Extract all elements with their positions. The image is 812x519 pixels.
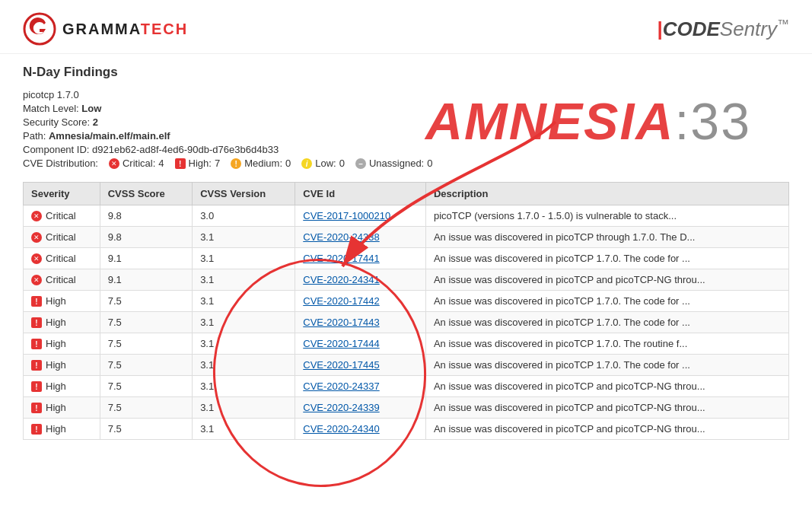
description-cell: An issue was discovered in picoTCP throu… bbox=[425, 227, 788, 248]
cvss-version-cell: 3.1 bbox=[193, 291, 295, 312]
high-label: High: bbox=[189, 158, 212, 169]
cve-link[interactable]: CVE-2020-17445 bbox=[303, 359, 379, 371]
severity-label: High bbox=[46, 317, 66, 328]
description-cell: An issue was discovered in picoTCP and p… bbox=[425, 376, 788, 397]
severity-label: Critical bbox=[46, 231, 76, 243]
severity-label: Critical bbox=[46, 210, 76, 221]
severity-label: High bbox=[46, 402, 66, 413]
description-cell: picoTCP (versions 1.7.0 - 1.5.0) is vuln… bbox=[425, 205, 788, 227]
security-score-line: Security Score: 2 bbox=[23, 116, 789, 128]
cve-id-cell[interactable]: CVE-2020-24338 bbox=[295, 227, 426, 248]
severity-cell: High bbox=[24, 355, 100, 376]
high-icon bbox=[175, 158, 186, 169]
cve-table-wrapper: Severity CVSS Score CVSS Version CVE Id … bbox=[0, 176, 812, 446]
cve-link[interactable]: CVE-2020-24339 bbox=[303, 402, 379, 413]
cvss-version-cell: 3.0 bbox=[193, 205, 295, 227]
critical-label: Critical: bbox=[123, 158, 155, 169]
col-description: Description bbox=[425, 183, 788, 205]
cvss-score-cell: 7.5 bbox=[100, 333, 192, 355]
cvss-score-cell: 7.5 bbox=[100, 376, 192, 397]
cvss-score-cell: 7.5 bbox=[100, 291, 192, 312]
header: GRAMMATECH |CODESentry™ bbox=[0, 0, 812, 54]
cve-id-cell[interactable]: CVE-2020-17443 bbox=[295, 312, 426, 333]
cvss-version-cell: 3.1 bbox=[193, 227, 295, 248]
table-row: High7.53.1CVE-2020-24339An issue was dis… bbox=[24, 397, 789, 419]
description-cell: An issue was discovered in picoTCP 1.7.0… bbox=[425, 312, 788, 333]
table-row: High7.53.1CVE-2020-17444An issue was dis… bbox=[24, 333, 789, 355]
critical-severity-icon bbox=[31, 232, 42, 243]
component-name: picotcp 1.7.0 bbox=[23, 89, 789, 100]
critical-severity-icon bbox=[31, 253, 42, 264]
critical-severity-icon bbox=[31, 275, 42, 285]
high-severity-icon bbox=[31, 317, 42, 328]
high-severity-icon bbox=[31, 424, 42, 435]
cve-link[interactable]: CVE-2020-17444 bbox=[303, 338, 379, 349]
col-severity: Severity bbox=[24, 183, 100, 205]
severity-cell: Critical bbox=[24, 227, 100, 248]
g-icon bbox=[23, 12, 56, 46]
cve-id-cell[interactable]: CVE-2017-1000210 bbox=[295, 205, 426, 227]
cve-id-cell[interactable]: CVE-2020-17441 bbox=[295, 248, 426, 269]
cvss-score-cell: 9.8 bbox=[100, 205, 192, 227]
high-severity-icon bbox=[31, 296, 42, 307]
severity-cell: High bbox=[24, 419, 100, 440]
table-row: High7.53.1CVE-2020-17442An issue was dis… bbox=[24, 291, 789, 312]
cvss-score-cell: 9.1 bbox=[100, 269, 192, 291]
severity-label: High bbox=[46, 359, 66, 371]
col-cve-id: CVE Id bbox=[295, 183, 426, 205]
col-cvss-version: CVSS Version bbox=[193, 183, 295, 205]
cvss-score-cell: 7.5 bbox=[100, 312, 192, 333]
cvss-version-cell: 3.1 bbox=[193, 419, 295, 440]
cve-link[interactable]: CVE-2020-24340 bbox=[303, 423, 379, 435]
cve-link[interactable]: CVE-2020-17441 bbox=[303, 253, 379, 264]
medium-icon bbox=[231, 158, 241, 169]
grammatech-logo: GRAMMATECH bbox=[23, 12, 188, 46]
unassigned-label: Unassigned: bbox=[369, 158, 424, 169]
table-header: Severity CVSS Score CVSS Version CVE Id … bbox=[24, 183, 789, 205]
cve-link[interactable]: CVE-2017-1000210 bbox=[303, 210, 390, 221]
low-count: 0 bbox=[339, 158, 345, 169]
description-cell: An issue was discovered in picoTCP and p… bbox=[425, 397, 788, 419]
severity-cell: High bbox=[24, 333, 100, 355]
cvss-score-cell: 7.5 bbox=[100, 397, 192, 419]
severity-label: High bbox=[46, 380, 66, 392]
cvss-score-cell: 9.8 bbox=[100, 227, 192, 248]
cve-id-cell[interactable]: CVE-2020-24340 bbox=[295, 419, 426, 440]
cve-link[interactable]: CVE-2020-24337 bbox=[303, 380, 379, 392]
unassigned-dist: Unassigned: 0 bbox=[355, 158, 433, 169]
description-cell: An issue was discovered in picoTCP 1.7.0… bbox=[425, 355, 788, 376]
cvss-version-cell: 3.1 bbox=[193, 269, 295, 291]
path-line: Path: Amnesia/main.elf/main.elf bbox=[23, 130, 789, 142]
severity-cell: Critical bbox=[24, 248, 100, 269]
cvss-version-cell: 3.1 bbox=[193, 333, 295, 355]
cve-id-cell[interactable]: CVE-2020-17442 bbox=[295, 291, 426, 312]
severity-label: Critical bbox=[46, 253, 76, 264]
cve-id-cell[interactable]: CVE-2020-17445 bbox=[295, 355, 426, 376]
cve-id-cell[interactable]: CVE-2020-24337 bbox=[295, 376, 426, 397]
codesentry-logo: |CODESentry™ bbox=[657, 18, 789, 41]
severity-cell: High bbox=[24, 376, 100, 397]
severity-cell: Critical bbox=[24, 269, 100, 291]
meta-section: picotcp 1.7.0 Match Level: Low Security … bbox=[0, 84, 812, 176]
cvss-version-cell: 3.1 bbox=[193, 355, 295, 376]
cve-id-cell[interactable]: CVE-2020-17444 bbox=[295, 333, 426, 355]
severity-label: High bbox=[46, 423, 66, 435]
table-row: Critical9.83.1CVE-2020-24338An issue was… bbox=[24, 227, 789, 248]
cve-link[interactable]: CVE-2020-17442 bbox=[303, 295, 379, 307]
cve-link[interactable]: CVE-2020-17443 bbox=[303, 317, 379, 328]
severity-cell: High bbox=[24, 397, 100, 419]
medium-count: 0 bbox=[285, 158, 291, 169]
cve-link[interactable]: CVE-2020-24338 bbox=[303, 231, 379, 243]
table-row: Critical9.13.1CVE-2020-24341An issue was… bbox=[24, 269, 789, 291]
unassigned-icon bbox=[355, 158, 366, 169]
cve-id-cell[interactable]: CVE-2020-24339 bbox=[295, 397, 426, 419]
cve-link[interactable]: CVE-2020-24341 bbox=[303, 274, 379, 285]
cvss-version-cell: 3.1 bbox=[193, 312, 295, 333]
table-row: High7.53.1CVE-2020-24340An issue was dis… bbox=[24, 419, 789, 440]
description-cell: An issue was discovered in picoTCP 1.7.0… bbox=[425, 333, 788, 355]
high-count: 7 bbox=[215, 158, 220, 169]
component-id-line: Component ID: d921eb62-ad8f-4ed6-90db-d7… bbox=[23, 144, 789, 155]
cve-id-cell[interactable]: CVE-2020-24341 bbox=[295, 269, 426, 291]
critical-severity-icon bbox=[31, 211, 42, 221]
description-cell: An issue was discovered in picoTCP 1.7.0… bbox=[425, 248, 788, 269]
